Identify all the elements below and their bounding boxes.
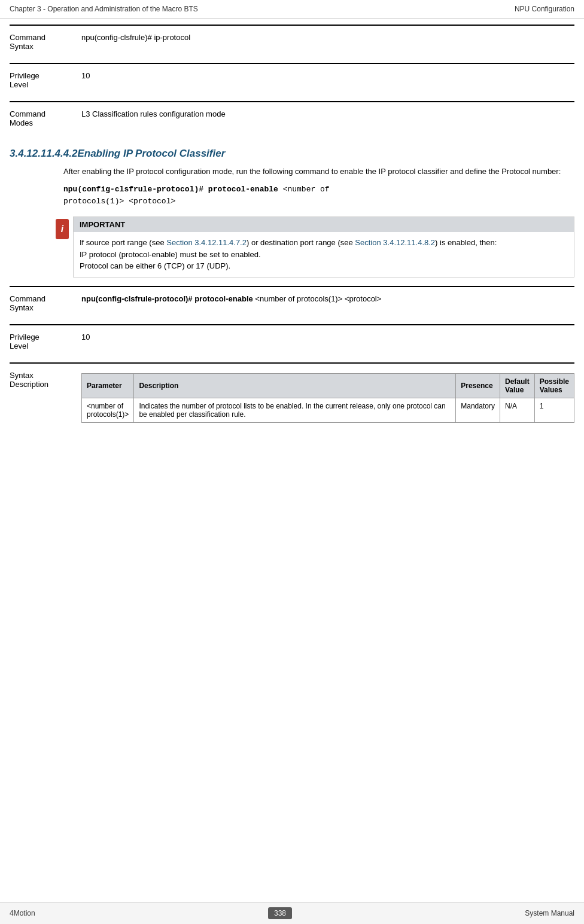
command-syntax-label-2: CommandSyntax bbox=[10, 294, 81, 312]
privilege-level-value-2: 10 bbox=[81, 333, 574, 350]
code-bold-part: npu(config-clsfrule-protocol)# protocol-… bbox=[63, 185, 278, 194]
page-header: Chapter 3 - Operation and Administration… bbox=[0, 0, 584, 19]
important-icon: i bbox=[56, 219, 69, 239]
important-box: IMPORTANT If source port range (see Sect… bbox=[73, 216, 574, 277]
command-modes-value: L3 Classification rules configuration mo… bbox=[81, 109, 574, 127]
code-block-1: npu(config-clsfrule-protocol)# protocol-… bbox=[63, 184, 574, 209]
page-footer: 4Motion 338 System Manual bbox=[0, 902, 584, 924]
command-modes-row: CommandModes L3 Classification rules con… bbox=[10, 101, 574, 137]
important-icon-area: i bbox=[51, 216, 73, 277]
command-syntax-value-2: npu(config-clsfrule-protocol)# protocol-… bbox=[81, 294, 574, 312]
syntax-description-content: Parameter Description Presence DefaultVa… bbox=[81, 371, 574, 423]
privilege-level-value-1: 10 bbox=[81, 71, 574, 89]
col-header-default-value: DefaultValue bbox=[500, 373, 534, 398]
section-heading: 3.4.12.11.4.4.2Enabling IP Protocol Clas… bbox=[10, 148, 574, 160]
command-syntax-row-2: CommandSyntax npu(config-clsfrule-protoc… bbox=[10, 286, 574, 322]
syntax-description-row: SyntaxDescription Parameter Description … bbox=[10, 362, 574, 423]
important-header: IMPORTANT bbox=[74, 217, 574, 232]
important-container: i IMPORTANT If source port range (see Se… bbox=[51, 216, 574, 277]
col-header-description: Description bbox=[134, 373, 456, 398]
page-number: 338 bbox=[268, 907, 292, 919]
syntax-table: Parameter Description Presence DefaultVa… bbox=[81, 373, 574, 423]
footer-left: 4Motion bbox=[10, 909, 35, 917]
command-syntax-row-1: CommandSyntax npu(config-clsfrule)# ip-p… bbox=[10, 25, 574, 60]
table-header-row: Parameter Description Presence DefaultVa… bbox=[82, 373, 574, 398]
col-header-presence: Presence bbox=[456, 373, 500, 398]
important-line-3: Protocol can be either 6 (TCP) or 17 (UD… bbox=[80, 260, 568, 272]
header-left: Chapter 3 - Operation and Administration… bbox=[10, 5, 198, 13]
command-modes-label: CommandModes bbox=[10, 109, 81, 127]
command-syntax-bold: npu(config-clsfrule-protocol)# protocol-… bbox=[81, 294, 253, 303]
footer-right: System Manual bbox=[525, 909, 574, 917]
table-row-0: <number of protocols(1)>Indicates the nu… bbox=[82, 398, 574, 422]
body-para-1: After enabling the IP protocol configura… bbox=[63, 166, 574, 178]
header-right: NPU Configuration bbox=[515, 5, 574, 13]
privilege-level-row-1: PrivilegeLevel 10 bbox=[10, 63, 574, 99]
cell-presence-0: Mandatory bbox=[456, 398, 500, 422]
privilege-level-row-2: PrivilegeLevel 10 bbox=[10, 324, 574, 360]
important-line-1: If source port range (see Section 3.4.12… bbox=[80, 237, 568, 249]
command-syntax-label-1: CommandSyntax bbox=[10, 33, 81, 51]
link-source-port[interactable]: Section 3.4.12.11.4.7.2 bbox=[166, 238, 247, 247]
privilege-level-label-2: PrivilegeLevel bbox=[10, 333, 81, 350]
command-syntax-rest: <number of protocols(1)> <protocol> bbox=[253, 294, 382, 303]
syntax-description-label: SyntaxDescription bbox=[10, 371, 81, 423]
command-syntax-value-1: npu(config-clsfrule)# ip-protocol bbox=[81, 33, 574, 51]
privilege-level-label-1: PrivilegeLevel bbox=[10, 71, 81, 89]
cell-possible-values-0: 1 bbox=[534, 398, 574, 422]
important-body: If source port range (see Section 3.4.12… bbox=[74, 232, 574, 277]
main-content: CommandSyntax npu(config-clsfrule)# ip-p… bbox=[0, 19, 584, 902]
cell-parameter-0: <number of protocols(1)> bbox=[82, 398, 134, 422]
col-header-parameter: Parameter bbox=[82, 373, 134, 398]
col-header-possible-values: PossibleValues bbox=[534, 373, 574, 398]
link-dest-port[interactable]: Section 3.4.12.11.4.8.2 bbox=[355, 238, 435, 247]
cell-description-0: Indicates the number of protocol lists t… bbox=[134, 398, 456, 422]
cell-default-value-0: N/A bbox=[500, 398, 534, 422]
important-line-2: IP protocol (protocol-enable) must be se… bbox=[80, 249, 568, 261]
